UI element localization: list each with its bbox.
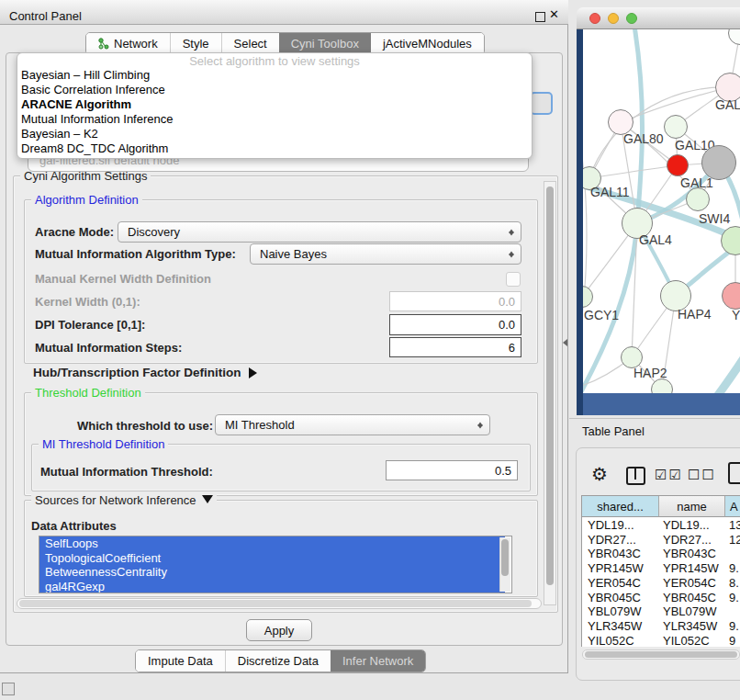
mi-steps-field[interactable]: 6 [389, 337, 521, 357]
table-cell: YBR043C [588, 547, 641, 561]
mi-steps-label: Mutual Information Steps: [35, 341, 182, 356]
mi-algorithm-type-combobox[interactable]: Naive Bayes [250, 243, 521, 265]
algorithm-combobox-fragment[interactable] [530, 92, 553, 115]
table-row[interactable]: YER054CYER054C8. [582, 576, 740, 591]
tab-network-label: Network [114, 37, 158, 51]
network-node[interactable] [686, 187, 710, 211]
table-cell: YDL19... [588, 518, 634, 533]
algorithm-option[interactable]: Dream8 DC_TDC Algorithm [17, 141, 532, 156]
list-vertical-scrollbar[interactable] [499, 537, 510, 592]
settings-vertical-scrollbar[interactable] [544, 181, 556, 605]
deselect-all-icon[interactable]: ☐☐ [688, 467, 716, 483]
table-row[interactable]: YLR345WYLR345W9. [582, 619, 740, 634]
network-node-label: Y [732, 308, 740, 322]
table-row[interactable]: YIL052CYIL052C9 [582, 634, 740, 647]
algorithm-option[interactable]: Basic Correlation Inference [17, 83, 532, 97]
scrollbar-thumb[interactable] [501, 539, 509, 576]
control-panel-titlebar[interactable] [0, 0, 568, 25]
column-header-partial[interactable]: A [725, 496, 740, 517]
table-cell: 9 [729, 634, 735, 647]
tab-jactivemnodules[interactable]: jActiveMNodules [371, 33, 484, 54]
settings-horizontal-scrollbar[interactable] [17, 598, 542, 609]
dpi-tolerance-label: DPI Tolerance [0,1]: [35, 318, 145, 333]
split-view-icon[interactable] [626, 467, 645, 485]
table-cell: YLR345W [588, 619, 642, 634]
sources-group-title[interactable]: Sources for Network Inference [31, 494, 217, 507]
tab-style[interactable]: Style [171, 33, 222, 54]
table-horizontal-scrollbar[interactable] [582, 649, 740, 660]
gear-icon[interactable]: ⚙ [591, 463, 608, 485]
network-node[interactable] [664, 115, 688, 139]
algorithm-option[interactable]: Mutual Information Inference [17, 112, 532, 127]
table-row[interactable]: YDL19...YDL19...13 [582, 518, 740, 533]
tab-cyni-toolbox[interactable]: Cyni Toolbox [279, 33, 371, 54]
attribute-item-selected[interactable]: BetweennessCentrality [39, 565, 505, 580]
table-row[interactable]: YDR27...YDR27...12 [582, 533, 740, 548]
tab-impute-data[interactable]: Impute Data [136, 650, 226, 672]
scrollbar-thumb[interactable] [585, 651, 737, 658]
control-panel-title: Control Panel [9, 4, 82, 28]
network-node-label: SWI4 [699, 211, 730, 226]
mi-threshold-group-title: MI Threshold Definition [39, 438, 168, 451]
apply-button[interactable]: Apply [246, 619, 312, 641]
panel-grip-icon[interactable] [2, 683, 15, 695]
tab-select[interactable]: Select [222, 33, 280, 54]
attribute-item-selected[interactable]: gal4RGexp [39, 580, 505, 594]
data-attributes-label: Data Attributes [31, 519, 117, 534]
table-cell: YLR345W [663, 619, 717, 634]
algorithm-option[interactable]: Bayesian – K2 [17, 127, 532, 141]
hub-definition-toggle[interactable]: Hub/Transcription Factor Definition [33, 366, 263, 380]
table-cell: 8. [729, 576, 739, 591]
algorithm-definition-title: Algorithm Definition [31, 194, 142, 207]
network-canvas[interactable]: GALGAL80GAL10GAL1GAL11GAL4SWI4GCY1HAP4YH… [583, 29, 740, 393]
table-cell: 12 [729, 533, 740, 548]
screen: Control Panel ✕ Network Style Select Cyn… [0, 0, 740, 700]
tab-discretize-data[interactable]: Discretize Data [226, 650, 331, 672]
aracne-mode-combobox[interactable]: Discovery [118, 221, 521, 243]
mi-threshold-field[interactable]: 0.5 [386, 460, 518, 480]
attribute-item-selected[interactable]: SelfLoops [39, 536, 505, 551]
network-window-titlebar[interactable] [577, 7, 740, 29]
collapse-panel-arrow-icon[interactable] [563, 339, 567, 346]
minimize-traffic-light-icon[interactable] [608, 13, 619, 24]
network-node-label: GAL11 [590, 185, 630, 199]
table-row[interactable]: YBL079WYBL079W [582, 604, 740, 619]
algorithm-option[interactable]: ARACNE Algorithm [17, 97, 532, 112]
close-icon[interactable]: ✕ [549, 7, 559, 21]
attribute-items: SelfLoopsTopologicalCoefficientBetweenne… [39, 536, 511, 593]
attribute-item-selected[interactable]: TopologicalCoefficient [39, 551, 505, 566]
table-cell: YBL079W [663, 604, 717, 619]
table-row[interactable]: YBR045CYBR045C9. [582, 591, 740, 605]
aracne-mode-label: Aracne Mode: [35, 225, 114, 240]
table-row[interactable]: YBR043CYBR043C [582, 547, 740, 561]
dropdown-item-list: Bayesian – Hill ClimbingBasic Correlatio… [17, 68, 532, 156]
tab-network[interactable]: Network [86, 33, 171, 54]
table-row[interactable]: YPR145WYPR145W9. [582, 561, 740, 576]
network-node[interactable] [667, 154, 689, 176]
column-header-name[interactable]: name [659, 496, 725, 517]
column-header-shared-name[interactable]: shared... [582, 496, 659, 517]
tab-infer-network[interactable]: Infer Network [331, 650, 425, 672]
table-cell: YDL19... [663, 518, 710, 533]
combo-spinner-icon [508, 225, 516, 239]
scrollbar-thumb[interactable] [19, 600, 532, 607]
zoom-traffic-light-icon[interactable] [626, 13, 637, 24]
table-cell: YPR145W [663, 561, 719, 576]
table-cell: YIL052C [588, 634, 634, 647]
document-icon[interactable] [728, 462, 740, 484]
mi-threshold-label: Mutual Information Threshold: [40, 465, 213, 480]
algorithm-option[interactable]: Bayesian – Hill Climbing [17, 68, 532, 83]
manual-kernel-checkbox[interactable] [506, 272, 521, 287]
dpi-tolerance-field[interactable]: 0.0 [389, 314, 521, 335]
scrollbar-thumb[interactable] [546, 186, 554, 585]
algorithm-dropdown-popup: Select algorithm to view settings Bayesi… [17, 52, 533, 159]
kernel-width-field[interactable]: 0.0 [389, 291, 521, 311]
close-traffic-light-icon[interactable] [589, 13, 600, 24]
network-node[interactable] [701, 145, 736, 180]
float-window-icon[interactable] [535, 12, 545, 22]
select-all-icon[interactable]: ☑☑ [655, 467, 683, 483]
network-icon [98, 38, 109, 50]
data-attributes-list[interactable]: SelfLoopsTopologicalCoefficientBetweenne… [39, 536, 512, 593]
table-cell: YER054C [663, 576, 716, 591]
which-threshold-combobox[interactable]: MI Threshold [215, 414, 490, 435]
